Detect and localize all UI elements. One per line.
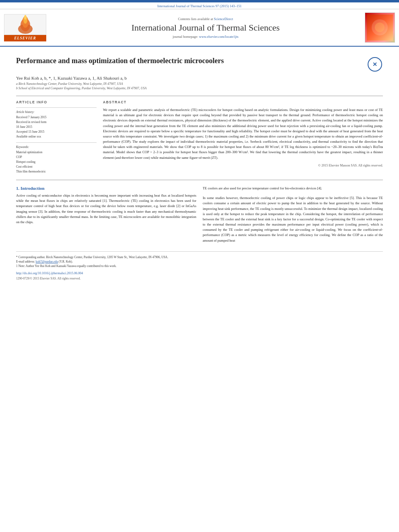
elsevier-brand-text: ELSEVIER (4, 35, 46, 41)
keyword-cop: COP (16, 155, 97, 160)
article-title-section: Performance and mass optimization of the… (16, 56, 383, 72)
contents-line: Contents lists available at ScienceDirec… (50, 17, 361, 21)
article-history: Article history: Received 7 January 2015… (16, 107, 97, 139)
authors-text: Yee Rui Koh a, b, *, 1, Kazuaki Yazawa a… (16, 76, 127, 80)
footnote-1: 1 Note: Author Yee Rui Koh and Kazuaki Y… (16, 264, 383, 268)
revised-date: 10 June 2015 (16, 125, 97, 129)
email-link[interactable]: koh7@purdue.edu (36, 260, 58, 263)
email-note: E-mail address: koh7@purdue.edu (Y.R. Ko… (16, 259, 383, 264)
main-content: Performance and mass optimization of the… (0, 47, 399, 285)
crossmark-icon (368, 57, 382, 72)
elsevier-logo-image (4, 14, 46, 35)
svg-point-4 (24, 15, 27, 20)
affiliation-a: a Birck Nanotechnology Center, Purdue Un… (16, 82, 383, 86)
homepage-text: journal homepage: (173, 35, 199, 39)
email-label: E-mail address: (16, 260, 36, 263)
keywords-section: Keywords: Material optimization COP Hots… (16, 142, 97, 174)
affiliation-b: b School of Electrical and Computer Engi… (16, 86, 383, 90)
keyword-thin-film: Thin film thermoelectric (16, 169, 97, 174)
intro-right-paragraph-2: In some studies however, thermoelectric … (203, 195, 383, 243)
header-center: Contents lists available at ScienceDirec… (50, 17, 361, 39)
received-date: Received 7 January 2015 (16, 115, 97, 120)
sciencedirect-link[interactable]: ScienceDirect (214, 17, 233, 21)
journal-cover-graphic (367, 14, 393, 41)
elsevier-graphic (13, 15, 37, 34)
received-revised-label: Received in revised form (16, 120, 97, 125)
intro-right-col: TE coolers are also used for precise tem… (203, 186, 383, 243)
article-info-header: ARTICLE INFO (16, 100, 97, 104)
corresponding-author-note: * Corresponding author. Birck Nanotechno… (16, 255, 383, 259)
journal-reference-line: International Journal of Thermal Science… (0, 2, 399, 9)
history-label: Article history: (16, 110, 97, 114)
doi-link[interactable]: http://dx.doi.org/10.1016/j.ijthermalsci… (16, 271, 83, 275)
two-column-layout: ARTICLE INFO Article history: Received 7… (16, 96, 383, 174)
abstract-header: ABSTRACT (103, 100, 383, 104)
accepted-date: Accepted 13 June 2015 (16, 129, 97, 134)
keyword-material-optimization: Material optimization (16, 150, 97, 155)
doi-section: http://dx.doi.org/10.1016/j.ijthermalsci… (16, 271, 383, 275)
journal-thumbnail (365, 12, 395, 43)
intro-right-paragraph-1: TE coolers are also used for precise tem… (203, 186, 383, 191)
intro-left-paragraph-1: Active cooling of semiconductor chips in… (16, 193, 196, 225)
introduction-section: 1. Introduction Active cooling of semico… (16, 186, 383, 243)
keyword-cost-efficient: Cost efficient (16, 164, 97, 169)
svg-point-7 (375, 23, 385, 32)
bottom-copyright: 1290-0729/© 2015 Elsevier SAS. All right… (16, 277, 383, 280)
journal-title: International Journal of Thermal Science… (50, 23, 361, 33)
footer-section: * Corresponding author. Birck Nanotechno… (16, 251, 383, 281)
abstract-text: We report a scalable and parametric anal… (103, 107, 383, 160)
article-title: Performance and mass optimization of the… (16, 56, 363, 66)
intro-section-heading: Introduction (21, 186, 45, 191)
elsevier-logo-box: ELSEVIER (4, 14, 46, 41)
email-suffix: (Y.R. Koh). (59, 260, 73, 263)
crossmark-badge[interactable] (367, 56, 383, 72)
available-online: Available online xxx (16, 134, 97, 139)
keyword-hotspot-cooling: Hotspot cooling (16, 160, 97, 164)
intro-section-title: 1. Introduction (16, 186, 196, 191)
homepage-line: journal homepage: www.elsevier.com/locat… (50, 35, 361, 39)
keywords-label: Keywords: (16, 145, 97, 149)
article-info-col: ARTICLE INFO Article history: Received 7… (16, 100, 97, 174)
section-divider (16, 180, 383, 180)
intro-left-col: 1. Introduction Active cooling of semico… (16, 186, 196, 243)
journal-header: ELSEVIER Contents lists available at Sci… (0, 9, 399, 47)
journal-ref-text: International Journal of Thermal Science… (157, 4, 242, 8)
intro-section-number: 1. (16, 186, 19, 191)
authors-line: Yee Rui Koh a, b, *, 1, Kazuaki Yazawa a… (16, 76, 383, 80)
contents-text: Contents lists available at (178, 17, 214, 21)
abstract-col: ABSTRACT We report a scalable and parame… (103, 100, 383, 174)
homepage-link[interactable]: www.elsevier.com/locate/ijts (199, 35, 239, 39)
abstract-copyright: © 2015 Elsevier Masson SAS. All rights r… (103, 164, 383, 167)
